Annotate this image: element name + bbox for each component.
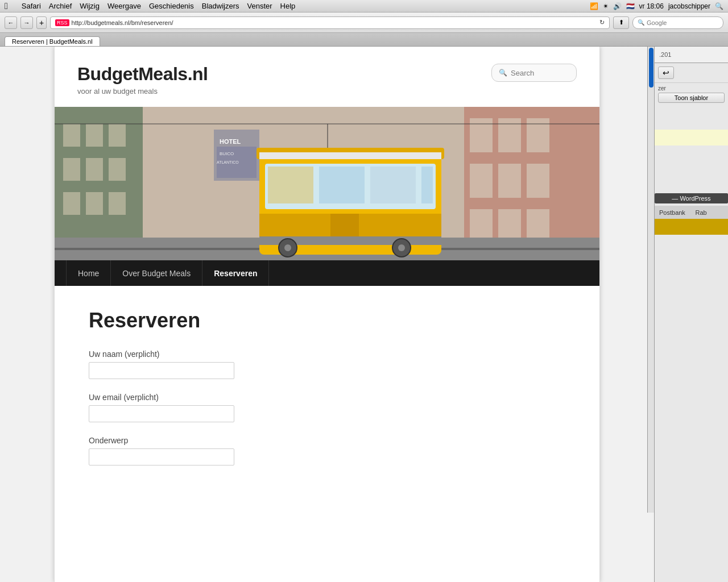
clock: vr 18:06 — [639, 2, 664, 10]
label-email: Uw email (verplicht) — [89, 393, 565, 402]
bluetooth-icon: ✴ — [603, 2, 609, 10]
site-search-box[interactable]: 🔍 — [491, 64, 577, 82]
svg-rect-5 — [63, 158, 80, 181]
menu-safari[interactable]: Safari — [22, 2, 41, 10]
yellow-section — [655, 130, 728, 146]
bookmark-postbank[interactable]: Postbank — [657, 208, 688, 217]
svg-rect-9 — [86, 192, 103, 215]
svg-rect-30 — [259, 152, 441, 159]
nav-over[interactable]: Over Budget Meals — [111, 260, 202, 286]
form-group-naam: Uw naam (verplicht) — [89, 350, 565, 379]
svg-rect-2 — [63, 124, 80, 147]
back-button[interactable]: ← — [5, 16, 17, 29]
url-text: http://budgetmeals.nl/bm/reserveren/ — [72, 19, 173, 26]
svg-rect-33 — [319, 167, 365, 203]
input-onderwerp[interactable] — [89, 448, 234, 465]
menu-bladwijzers[interactable]: Bladwijzers — [202, 2, 239, 10]
menu-geschiedenis[interactable]: Geschiedenis — [149, 2, 194, 10]
wordpress-label: — WordPress — [655, 193, 728, 203]
undo-button[interactable]: ↩ — [658, 66, 674, 79]
svg-rect-4 — [109, 124, 126, 147]
website-scroll[interactable]: BudgetMeals.nl voor al uw budget meals 🔍 — [0, 47, 654, 582]
site-nav: Home Over Budget Meals Reserveren — [55, 260, 599, 286]
svg-rect-34 — [370, 167, 416, 203]
template-label: zer — [658, 85, 725, 92]
label-onderwerp: Onderwerp — [89, 436, 565, 445]
form-group-email: Uw email (verplicht) — [89, 393, 565, 422]
hero-illustration: HOTEL BUICO ATLANTICO — [55, 107, 599, 260]
bookmarks-section: Postbank Rab — [655, 206, 728, 219]
svg-rect-38 — [330, 214, 359, 236]
username: jacobschipper — [668, 2, 710, 10]
main-layout: BudgetMeals.nl voor al uw budget meals 🔍 — [0, 47, 728, 582]
label-naam: Uw naam (verplicht) — [89, 350, 565, 359]
bookmark-rab[interactable]: Rab — [693, 208, 709, 217]
year-badge: .201 — [659, 51, 671, 58]
svg-rect-8 — [63, 192, 80, 215]
url-bar[interactable]: RSS http://budgetmeals.nl/bm/reserveren/… — [50, 16, 610, 29]
svg-rect-3 — [86, 124, 103, 147]
form-group-onderwerp: Onderwerp — [89, 436, 565, 465]
template-section: zer Toon sjablor — [655, 82, 728, 107]
forward-button[interactable]: → — [20, 16, 33, 29]
svg-point-42 — [284, 244, 291, 251]
safari-toolbar: ← → + RSS http://budgetmeals.nl/bm/reser… — [0, 13, 728, 33]
google-search-input[interactable] — [647, 19, 718, 26]
tab-bar: Reserveren | BudgetMeals.nl — [0, 33, 728, 47]
svg-rect-6 — [86, 158, 103, 181]
svg-rect-17 — [470, 118, 493, 152]
svg-rect-22 — [527, 164, 549, 198]
site-title: BudgetMeals.nl — [77, 64, 208, 85]
menu-help[interactable]: Help — [280, 2, 296, 10]
site-tagline: voor al uw budget meals — [77, 87, 208, 95]
site-header: BudgetMeals.nl voor al uw budget meals 🔍 — [55, 47, 599, 107]
undo-redo-area: ↩ — [655, 63, 728, 82]
reload-icon[interactable]: ↻ — [599, 19, 605, 26]
menu-weergave[interactable]: Weergave — [107, 2, 141, 10]
flag-icon: 🇳🇱 — [626, 2, 635, 10]
right-panel-top: .201 — [655, 47, 728, 63]
svg-rect-35 — [421, 167, 433, 203]
menu-wijzig[interactable]: Wijzig — [80, 2, 100, 10]
nav-reserveren[interactable]: Reserveren — [202, 260, 269, 286]
svg-text:HOTEL: HOTEL — [220, 138, 241, 145]
svg-rect-19 — [527, 118, 549, 152]
svg-rect-36 — [268, 167, 313, 203]
svg-text:ATLANTICO: ATLANTICO — [217, 160, 239, 164]
volume-icon: 🔊 — [613, 2, 622, 10]
search-icon[interactable]: 🔍 — [715, 2, 723, 10]
svg-rect-18 — [498, 118, 521, 152]
search-icon: 🔍 — [638, 19, 644, 26]
wifi-icon: 📶 — [590, 2, 598, 10]
active-tab[interactable]: Reserveren | BudgetMeals.nl — [5, 36, 100, 46]
input-naam[interactable] — [89, 362, 234, 379]
rss-badge: RSS — [55, 19, 69, 26]
svg-rect-21 — [498, 164, 521, 198]
svg-rect-20 — [470, 164, 493, 198]
gold-bar — [655, 219, 728, 235]
svg-rect-7 — [109, 158, 126, 181]
page-title: Reserveren — [89, 309, 565, 332]
mac-menubar:  Safari Archief Wijzig Weergave Geschie… — [0, 0, 728, 13]
share-button[interactable]: ⬆ — [613, 16, 629, 29]
right-panel: .201 ↩ zer Toon sjablor — WordPress Post… — [654, 47, 728, 582]
svg-rect-10 — [109, 192, 126, 215]
add-tab-button[interactable]: + — [36, 16, 47, 29]
menu-archief[interactable]: Archief — [49, 2, 72, 10]
page-content: Reserveren Uw naam (verplicht) Uw email … — [55, 286, 599, 502]
apple-menu[interactable]:  — [5, 1, 8, 11]
svg-text:BUICO: BUICO — [220, 151, 234, 156]
show-template-button[interactable]: Toon sjablor — [658, 93, 725, 103]
svg-point-43 — [398, 244, 405, 251]
browser-content: BudgetMeals.nl voor al uw budget meals 🔍 — [0, 47, 654, 582]
spacer2 — [655, 146, 728, 191]
input-email[interactable] — [89, 405, 234, 422]
hero-image: HOTEL BUICO ATLANTICO — [55, 107, 599, 260]
search-icon: 🔍 — [499, 69, 507, 77]
google-search-bar[interactable]: 🔍 — [632, 16, 723, 29]
menu-venster[interactable]: Venster — [247, 2, 272, 10]
nav-home[interactable]: Home — [66, 260, 111, 286]
spacer — [655, 107, 728, 130]
website-inner: BudgetMeals.nl voor al uw budget meals 🔍 — [54, 47, 600, 582]
site-search-input[interactable] — [511, 69, 569, 77]
